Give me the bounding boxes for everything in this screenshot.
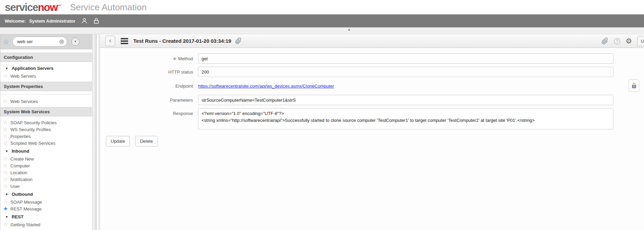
nav-header-configuration: Configuration	[0, 53, 92, 62]
star-icon[interactable]: ☆	[3, 140, 8, 146]
form-row-endpoint: Endpoint https://softwarecentralsite.com…	[100, 80, 644, 92]
nav-item-web-services[interactable]: ☆Web Services	[0, 98, 92, 105]
record-form: ✱Method HTTP status Endpoint https://sof…	[100, 48, 644, 230]
nav-item-web-servers[interactable]: ☆Web Servers	[0, 73, 92, 79]
welcome-label: Welcome:	[5, 18, 26, 24]
user-profile-icon[interactable]	[81, 17, 88, 24]
padlock-icon	[631, 82, 637, 89]
parameters-field[interactable]	[198, 95, 613, 105]
lock-elevate-icon[interactable]	[93, 17, 99, 24]
endpoint-link[interactable]: https://softwarecentralsite.com/api/ws_d…	[198, 84, 334, 89]
form-row-http-status: HTTP status	[100, 67, 644, 77]
response-label: Response	[100, 108, 198, 116]
context-menu-icon[interactable]	[121, 38, 128, 44]
navigator-search-row: ☆ ⊗ ▼	[0, 34, 92, 49]
branding-bar: servicenow™ Service Automation	[0, 0, 644, 14]
response-field[interactable]: <?xml version="1.0" encoding="UTF-8"?> <…	[198, 108, 613, 129]
paperclip-icon[interactable]	[235, 37, 242, 44]
nav-item-rest-message[interactable]: ★REST Message	[0, 205, 92, 212]
parameters-label: Parameters	[100, 98, 198, 103]
chevron-down-icon: ▼	[74, 40, 77, 43]
star-icon[interactable]: ☆	[3, 177, 8, 182]
star-icon[interactable]: ☆	[3, 120, 8, 125]
gear-icon[interactable]: ⚙	[625, 37, 632, 45]
help-icon[interactable]: ?	[614, 38, 620, 44]
star-icon[interactable]: ☆	[3, 229, 8, 230]
record-title: Test Runs - Created 2017-01-20 03:34:19	[133, 38, 231, 44]
nav-header-system-web-services: System Web Services	[0, 107, 92, 116]
nav-header-system-properties: System Properties	[0, 82, 92, 91]
mandatory-field-icon: ✱	[173, 56, 177, 61]
star-icon[interactable]: ☆	[3, 170, 8, 175]
collapse-header-arrow-icon[interactable]: ▲	[348, 28, 351, 31]
nav-item-getting-started[interactable]: ☆Getting Started	[0, 221, 92, 228]
nav-item-location[interactable]: ☆Location	[0, 169, 92, 176]
nav-item-computer[interactable]: ☆Computer	[0, 162, 92, 169]
star-icon[interactable]: ☆	[3, 199, 8, 205]
nav-item-ws-security-profiles[interactable]: ☆WS Security Profiles	[0, 126, 92, 133]
caret-down-icon: ▼	[5, 150, 8, 153]
star-icon[interactable]: ☆	[3, 73, 8, 79]
nav-item-soap-security-policies[interactable]: ☆SOAP Security Policies	[0, 119, 92, 126]
nav-group-rest[interactable]: ▼REST	[0, 213, 92, 220]
nav-group-application-servers[interactable]: ▼Application Servers	[0, 65, 92, 72]
delete-button[interactable]: Delete	[135, 136, 158, 146]
navigator-scrollbar[interactable]	[92, 34, 97, 230]
welcome-bar: Welcome: System Administrator	[0, 14, 644, 27]
form-buttons: Update Delete	[106, 136, 644, 146]
star-icon[interactable]: ☆	[3, 99, 8, 104]
caret-down-icon: ▼	[5, 67, 8, 70]
application-navigator: ☆ ⊗ ▼ Configuration ▼Application Servers…	[0, 34, 98, 230]
star-icon[interactable]: ☆	[3, 163, 8, 168]
header-collapse-strip: ▲	[0, 27, 644, 34]
star-icon[interactable]: ☆	[3, 222, 8, 227]
navigator-search-input[interactable]	[17, 39, 59, 44]
logo-service-text: service	[5, 1, 38, 13]
endpoint-label: Endpoint	[100, 84, 198, 89]
caret-down-icon: ▼	[5, 193, 8, 196]
http-status-field[interactable]	[198, 67, 613, 77]
nav-item-rest-api-explorer[interactable]: ☆REST API Explorer	[0, 228, 92, 230]
update-button-header[interactable]: Up	[637, 36, 644, 46]
navigator-filter-toggle[interactable]: ▼	[71, 38, 80, 46]
star-filled-icon[interactable]: ★	[3, 206, 8, 212]
nav-group-inbound[interactable]: ▼Inbound	[0, 148, 92, 155]
update-button[interactable]: Update	[106, 136, 130, 146]
form-row-response: Response <?xml version="1.0" encoding="U…	[100, 108, 644, 129]
servicenow-logo: servicenow™	[5, 2, 61, 13]
nav-separator	[0, 94, 92, 94]
record-header-bar: ‹ Test Runs - Created 2017-01-20 03:34:1…	[100, 34, 644, 48]
nav-group-outbound[interactable]: ▼Outbound	[0, 191, 92, 198]
method-field[interactable]	[198, 53, 613, 64]
star-icon[interactable]: ☆	[3, 183, 8, 189]
navigator-menu: Configuration ▼Application Servers ☆Web …	[0, 49, 92, 230]
nav-item-soap-message[interactable]: ☆SOAP Message	[0, 199, 92, 205]
trademark-mark: ™	[58, 4, 61, 8]
caret-down-icon: ▼	[5, 215, 8, 219]
nav-item-user[interactable]: ☆User	[0, 183, 92, 190]
form-row-parameters: Parameters	[100, 95, 644, 105]
favorites-star-icon[interactable]: ☆	[3, 38, 9, 45]
form-row-method: ✱Method	[100, 53, 644, 64]
nav-item-scripted-web-services[interactable]: ☆Scripted Web Services	[0, 140, 92, 146]
navigator-search-pill: ⊗	[12, 37, 67, 47]
clear-search-icon[interactable]: ⊗	[59, 38, 64, 45]
unlock-field-button[interactable]	[629, 79, 639, 92]
nav-item-create-new[interactable]: ☆Create New	[0, 155, 92, 162]
star-icon[interactable]: ☆	[3, 133, 8, 139]
method-label: ✱Method	[100, 56, 198, 61]
back-button[interactable]: ‹	[105, 36, 115, 46]
attachments-icon[interactable]	[601, 37, 609, 45]
record-frame: ‹ Test Runs - Created 2017-01-20 03:34:1…	[100, 34, 644, 230]
app-title: Service Automation	[70, 2, 147, 13]
star-icon[interactable]: ☆	[3, 156, 8, 162]
nav-item-notification[interactable]: ☆Notification	[0, 176, 92, 183]
logged-in-user: System Administrator	[29, 18, 75, 24]
nav-item-properties[interactable]: ☆Properties	[0, 133, 92, 140]
logo-now-text: now	[38, 1, 58, 13]
http-status-label: HTTP status	[100, 69, 198, 75]
star-icon[interactable]: ☆	[3, 127, 8, 132]
